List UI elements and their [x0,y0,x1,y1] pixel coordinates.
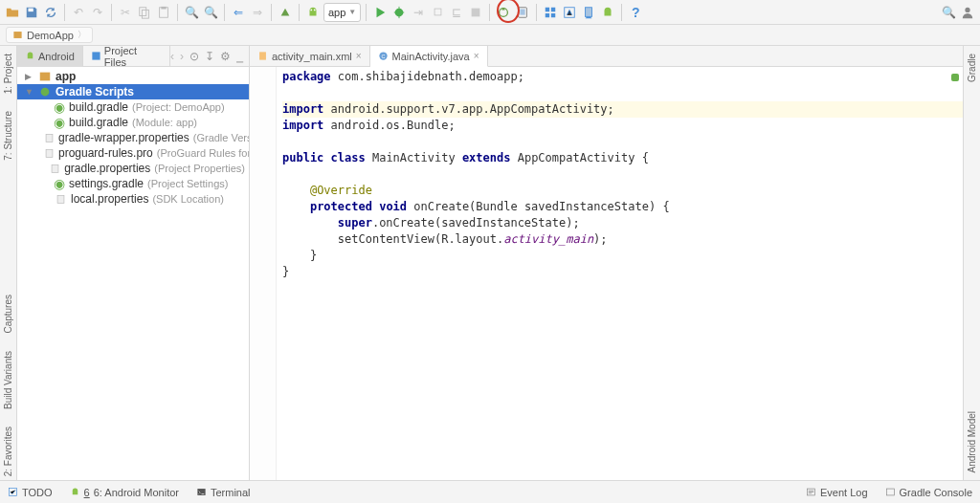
svg-rect-8 [434,9,441,15]
cut-icon[interactable]: ✂ [117,4,134,21]
project-panel: Android Project Files ‹ › ⊙ ↧ ⚙ ⎯ ▶ app [17,46,250,480]
svg-rect-23 [57,195,64,203]
sync-icon[interactable] [42,4,59,21]
redo-icon[interactable]: ↷ [89,4,106,21]
hide-icon[interactable]: ⎯ [236,50,243,63]
status-event-log[interactable]: Event Log [806,487,868,498]
tree-item[interactable]: ◉build.gradle (Project: DemoApp) [17,99,249,115]
run-config-select[interactable]: app ▼ [323,3,361,22]
status-android-monitor[interactable]: 66: Android Monitor [70,487,179,498]
editor-tabs: activity_main.xml × C MainActivity.java … [250,46,963,67]
project-tab-bar: Android Project Files ‹ › ⊙ ↧ ⚙ ⎯ [17,46,249,67]
search-icon[interactable]: 🔍 [940,4,957,21]
svg-point-6 [314,9,316,11]
editor-area: activity_main.xml × C MainActivity.java … [250,46,963,480]
tree-gradle-scripts[interactable]: ▼ Gradle Scripts [17,84,249,99]
svg-rect-0 [29,8,33,11]
tree-item[interactable]: proguard-rules.pro (ProGuard Rules for a… [17,145,249,161]
sync-gradle-icon[interactable] [495,4,512,21]
rail-build-variants[interactable]: Build Variants [3,347,13,413]
svg-rect-12 [521,9,525,14]
android-icon[interactable] [304,4,322,21]
collapse-icon[interactable]: ↧ [205,50,214,63]
svg-point-19 [41,88,50,97]
forward-icon[interactable]: ⇒ [249,4,266,21]
tab-project-files[interactable]: Project Files [83,46,170,67]
svg-point-15 [965,7,969,11]
svg-rect-17 [92,52,100,59]
tool-a-icon[interactable] [561,4,578,21]
make-icon[interactable] [277,4,294,21]
scroll-right-icon[interactable]: › [180,50,184,63]
scroll-left-icon[interactable]: ‹ [170,50,174,63]
svg-point-5 [310,9,312,11]
status-todo[interactable]: TODO [8,487,53,498]
replace-icon[interactable]: 🔍 [202,4,219,21]
project-tree: ▶ app ▼ Gradle Scripts ◉build.gradle (Pr… [17,67,249,480]
rail-captures[interactable]: Captures [3,291,13,338]
svg-rect-4 [161,6,166,9]
rail-project[interactable]: 1: Project [3,50,13,98]
svg-rect-14 [586,7,592,16]
svg-rect-1 [140,7,146,15]
left-tool-rail: 1: Project 7: Structure Captures Build V… [0,46,17,480]
help-icon[interactable]: ? [627,4,644,21]
debug-icon[interactable] [390,4,408,21]
tree-item[interactable]: ◉build.gradle (Module: app) [17,115,249,130]
svg-rect-22 [52,164,58,172]
tree-item[interactable]: gradle.properties (Project Properties) [17,161,249,176]
run-config-label: app [328,7,345,18]
open-icon[interactable] [4,4,21,21]
paste-icon[interactable] [155,4,172,21]
close-icon[interactable]: × [474,51,479,61]
copy-icon[interactable] [136,4,153,21]
svg-rect-18 [40,73,51,81]
status-terminal[interactable]: Terminal [196,487,251,498]
gutter [250,67,277,480]
attach-debugger-icon[interactable] [429,4,446,21]
editor-tab[interactable]: activity_main.xml × [250,46,370,67]
main-toolbar: ↶ ↷ ✂ 🔍 🔍 ⇐ ⇒ app ▼ ⇥ ⊑ ? 🔍 [0,0,980,25]
chevron-right-icon: 〉 [78,29,86,41]
rail-gradle[interactable]: Gradle [967,50,977,86]
svg-rect-24 [259,52,266,59]
svg-rect-21 [46,149,53,157]
dropdown-arrow-icon: ▼ [348,8,356,16]
user-icon[interactable] [959,4,976,21]
tree-item[interactable]: local.properties (SDK Location) [17,191,249,207]
status-bar: TODO 66: Android Monitor Terminal Event … [0,480,980,503]
undo-icon[interactable]: ↶ [70,4,87,21]
gear-icon[interactable]: ⚙ [220,50,231,63]
svg-rect-20 [46,134,53,142]
tree-item[interactable]: ◉settings.gradle (Project Settings) [17,176,249,191]
coverage-icon[interactable]: ⊑ [448,4,465,21]
close-icon[interactable]: × [356,51,362,61]
apply-changes-icon[interactable]: ⇥ [410,4,427,21]
rail-structure[interactable]: 7: Structure [3,107,13,164]
collapse-icon[interactable]: ▼ [25,87,34,97]
svg-rect-30 [886,489,894,495]
rail-android-model[interactable]: Android Model [967,407,977,476]
expand-icon[interactable]: ▶ [25,72,34,81]
avd-icon[interactable] [514,4,531,21]
find-icon[interactable]: 🔍 [183,4,200,21]
sdk-manager-icon[interactable] [580,4,597,21]
target-icon[interactable]: ⊙ [189,50,199,63]
android-robot-icon[interactable] [599,4,616,21]
tree-item[interactable]: gradle-wrapper.properties (Gradle Versio… [17,130,249,145]
right-tool-rail: Gradle Android Model [963,46,980,480]
run-icon[interactable] [371,4,389,21]
breadcrumb-item[interactable]: DemoApp 〉 [6,27,93,43]
project-structure-icon[interactable] [542,4,559,21]
rail-favorites[interactable]: 2: Favorites [3,423,13,480]
editor-tab-active[interactable]: C MainActivity.java × [370,46,488,67]
tab-android[interactable]: Android [17,46,83,67]
tree-app[interactable]: ▶ app [17,69,249,84]
code-editor[interactable]: package com.shibajidebnath.demoapp; impo… [277,67,963,480]
back-icon[interactable]: ⇐ [230,4,247,21]
stop-icon[interactable] [467,4,484,21]
status-gradle-console[interactable]: Gradle Console [885,487,972,498]
save-icon[interactable] [23,4,40,21]
nav-breadcrumb: DemoApp 〉 [0,25,980,46]
inspection-indicator[interactable] [951,71,959,84]
